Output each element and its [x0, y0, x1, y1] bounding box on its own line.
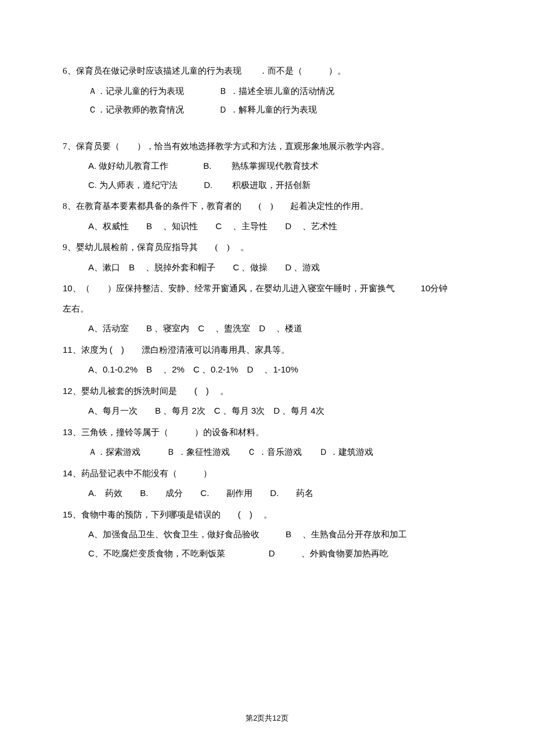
q7-stem: 7、保育员要（ ），恰当有效地选择教学方式和方法，直观形象地展示教学内容。 [63, 138, 471, 155]
question-9: 9、婴幼儿晨检前，保育员应指导其 ( ) 。 A、漱口 B 、脱掉外套和帽子 C… [63, 239, 471, 276]
question-6: 6、保育员在做记录时应该描述儿童的行为表现 ．而不是（ ）。 Ａ．记录儿童的行为… [63, 63, 471, 118]
q9-options: A、漱口 B 、脱掉外套和帽子 C 、做操 D 、游戏 [63, 259, 471, 276]
q9-stem: 9、婴幼儿晨检前，保育员应指导其 ( ) 。 [63, 239, 471, 256]
question-10: 10、（ ）应保持整洁、安静、经常开窗通风，在婴幼儿进入寝室午睡时，开窗换气 1… [63, 280, 471, 337]
question-12: 12、婴幼儿被套的拆洗时间是 ( ) 。 A、每月一次 B 、每月 2次 C 、… [63, 383, 471, 419]
q10-stem-line2: 左右。 [63, 301, 471, 317]
q13-stem: 13、三角铁，撞铃等属于（ ）的设备和材料。 [63, 424, 471, 441]
q12-options: A、每月一次 B 、每月 2次 C 、每月 3次 D 、每月 4次 [63, 403, 471, 419]
q8-stem: 8、在教育基本要素都具备的条件下，教育者的 ( ) 起着决定性的作用。 [63, 198, 471, 215]
q11-stem: 11、浓度为 ( ) 漂白粉澄清液可以消毒用具、家具等。 [63, 342, 471, 359]
spacer [63, 123, 471, 138]
q6-stem-suf: ．而不是（ ）。 [259, 66, 346, 75]
q6-stem-pre: 6、保育员在做记录时应该描述儿童的行为表现 [63, 66, 241, 75]
q7-options-1: A. 做好幼儿教育工作 B. 熟练掌握现代教育技术 [63, 158, 471, 175]
q15-stem: 15、食物中毒的预防，下列哪项是错误的 ( ) 。 [63, 507, 471, 523]
q15-options-1: A、加强食品卫生、饮食卫生，做好食品验收 B 、生熟食品分开存放和加工 [63, 526, 471, 543]
question-8: 8、在教育基本要素都具备的条件下，教育者的 ( ) 起着决定性的作用。 A、权威… [63, 198, 471, 234]
q10-stem-line1: 10、（ ）应保持整洁、安静、经常开窗通风，在婴幼儿进入寝室午睡时，开窗换气 1… [63, 280, 471, 297]
q6-stem: 6、保育员在做记录时应该描述儿童的行为表现 ．而不是（ ）。 [63, 63, 471, 79]
question-15: 15、食物中毒的预防，下列哪项是错误的 ( ) 。 A、加强食品卫生、饮食卫生，… [63, 507, 471, 562]
q10-options: A、活动室 B 、寝室内 C 、盥洗室 D 、楼道 [63, 320, 471, 337]
q6-options-1: Ａ．记录儿童的行为表现 Ｂ ．描述全班儿童的活动情况 [63, 83, 471, 100]
question-13: 13、三角铁，撞铃等属于（ ）的设备和材料。 Ａ．探索游戏 Ｂ ．象征性游戏 Ｃ… [63, 424, 471, 461]
page-body: 6、保育员在做记录时应该描述儿童的行为表现 ．而不是（ ）。 Ａ．记录儿童的行为… [0, 0, 534, 562]
question-7: 7、保育员要（ ），恰当有效地选择教学方式和方法，直观形象地展示教学内容。 A.… [63, 138, 471, 194]
q14-options: A. 药效 B. 成分 C. 副作用 D. 药名 [63, 485, 471, 502]
page-footer: 第2页共12页 [0, 713, 534, 724]
q13-options: Ａ．探索游戏 Ｂ ．象征性游戏 Ｃ ．音乐游戏 Ｄ ．建筑游戏 [63, 444, 471, 461]
q12-stem: 12、婴幼儿被套的拆洗时间是 ( ) 。 [63, 383, 471, 400]
q7-options-2: C. 为人师表，遵纪守法 D. 积极进取，开括创新 [63, 177, 471, 194]
question-14: 14、药品登记表中不能没有（ ） A. 药效 B. 成分 C. 副作用 D. 药… [63, 465, 471, 502]
question-11: 11、浓度为 ( ) 漂白粉澄清液可以消毒用具、家具等。 A、0.1-0.2% … [63, 342, 471, 378]
q6-options-2: Ｃ．记录教师的教育情况 Ｄ ．解释儿童的行为表现 [63, 102, 471, 118]
q11-options: A、0.1-0.2% B 、2% C 、0.2-1% D 、1-10% [63, 361, 471, 378]
q15-options-2: C、不吃腐烂变质食物，不吃剩饭菜 D 、外购食物要加热再吃 [63, 545, 471, 562]
q14-stem: 14、药品登记表中不能没有（ ） [63, 465, 471, 482]
q8-options: A、权威性 B 、知识性 C 、主导性 D 、艺术性 [63, 218, 471, 235]
